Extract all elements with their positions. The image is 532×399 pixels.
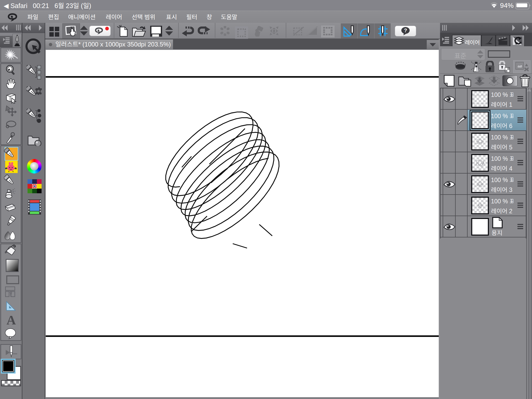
svg-text:?: ? [404, 28, 407, 33]
